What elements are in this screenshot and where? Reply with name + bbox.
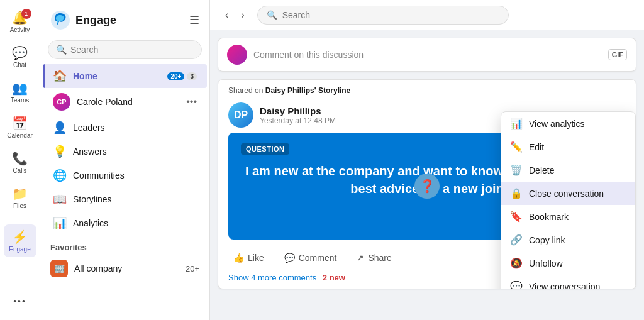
rail-item-teams[interactable]: 👥 Teams — [4, 75, 36, 108]
comment-button[interactable]: 💬 Comment — [279, 250, 342, 265]
menu-item-unfollow[interactable]: 🔕 Unfollow — [501, 251, 635, 275]
rail-label-calls: Calls — [13, 167, 26, 174]
view-conversation-icon: 💬 — [510, 280, 523, 289]
rail-label-activity: Activity — [10, 26, 30, 33]
sidebar: Engage ☰ 🔍 🏠 Home 20+ 3 CP Carole Poland… — [40, 0, 210, 320]
gif-button[interactable]: GIF — [608, 49, 627, 60]
rail-item-files[interactable]: 📁 Files — [4, 181, 36, 214]
communities-icon: 🌐 — [53, 168, 67, 182]
menu-item-close-conversation[interactable]: 🔒 Close conversation — [501, 182, 635, 205]
nav-item-analytics[interactable]: 📊 Analytics — [43, 211, 207, 235]
menu-item-view-conversation[interactable]: 💬 View conversation — [501, 275, 635, 289]
nav-label-leaders: Leaders — [73, 123, 105, 133]
engage-logo-icon — [50, 10, 70, 30]
comment-placeholder[interactable]: Comment on this discussion — [253, 50, 602, 60]
all-company-count: 20+ — [186, 264, 199, 273]
home-badges: 20+ 3 — [167, 72, 197, 80]
sidebar-search-container[interactable]: 🔍 — [48, 40, 202, 59]
back-button[interactable]: ‹ — [220, 7, 233, 23]
left-rail: 🔔 Activity 1 💬 Chat 👥 Teams 📅 Calendar 📞… — [0, 0, 40, 320]
nav-item-leaders[interactable]: 👤 Leaders — [43, 116, 207, 140]
share-button[interactable]: ↗ Share — [352, 250, 396, 265]
close-conversation-icon: 🔒 — [510, 187, 523, 199]
top-search-input[interactable] — [282, 10, 499, 20]
sidebar-title: Engage — [75, 14, 116, 27]
shared-on-prefix: Shared on — [228, 86, 263, 95]
new-comments-badge: 2 new — [323, 273, 345, 282]
menu-item-edit[interactable]: ✏️ Edit — [501, 135, 635, 158]
shared-on-name: Daisy Phillips' Storyline — [265, 86, 351, 95]
rail-item-calls[interactable]: 📞 Calls — [4, 146, 36, 179]
feed-area: Comment on this discussion GIF Shared on… — [210, 30, 644, 320]
nav-item-communities[interactable]: 🌐 Communities — [43, 163, 207, 187]
rail-label-files: Files — [13, 202, 26, 209]
rail-item-more[interactable]: ••• — [4, 287, 36, 320]
nav-item-carole[interactable]: CP Carole Poland ••• — [43, 88, 207, 116]
sidebar-logo: Engage — [50, 10, 116, 30]
nav-item-storylines[interactable]: 📖 Storylines — [43, 187, 207, 211]
delete-label: Delete — [529, 165, 626, 175]
top-bar: ‹ › 🔍 — [210, 0, 644, 30]
rail-label-chat: Chat — [13, 62, 26, 69]
rail-item-chat[interactable]: 💬 Chat — [4, 40, 36, 73]
menu-item-delete[interactable]: 🗑️ Delete — [501, 158, 635, 182]
user-avatar — [227, 45, 247, 65]
post-avatar: DP — [228, 102, 253, 128]
search-icon-top: 🔍 — [267, 10, 277, 20]
menu-item-copy-link[interactable]: 🔗 Copy link — [501, 228, 635, 251]
comment-icon: 💬 — [284, 253, 295, 263]
rail-label-teams: Teams — [11, 97, 29, 104]
nav-label-carole: Carole Poland — [77, 97, 133, 107]
post-card: Shared on Daisy Phillips' Storyline DP D… — [218, 79, 636, 289]
nav-item-home[interactable]: 🏠 Home 20+ 3 — [43, 64, 207, 88]
share-icon: ↗ — [357, 253, 364, 263]
unfollow-icon: 🔕 — [510, 257, 523, 269]
nav-item-answers[interactable]: 💡 Answers — [43, 140, 207, 163]
hamburger-icon[interactable]: ☰ — [189, 13, 199, 27]
bookmark-label: Bookmark — [529, 212, 626, 222]
leaders-icon: 👤 — [53, 121, 67, 135]
share-label: Share — [368, 253, 391, 263]
forward-button[interactable]: › — [236, 7, 249, 23]
nav-arrows: ‹ › — [220, 7, 250, 23]
analytics-icon: 📊 — [53, 216, 67, 230]
home-badge-2: 3 — [187, 72, 197, 80]
top-search-container[interactable]: 🔍 — [257, 6, 509, 25]
like-button[interactable]: 👍 Like — [228, 250, 269, 265]
activity-badge: 1 — [21, 9, 31, 19]
sidebar-header: Engage ☰ — [40, 0, 209, 35]
rail-item-engage[interactable]: ⚡ Engage — [4, 224, 36, 257]
unfollow-label: Unfollow — [529, 258, 626, 268]
view-analytics-label: View analytics — [529, 119, 626, 129]
copy-link-icon: 🔗 — [510, 234, 523, 246]
menu-item-view-analytics[interactable]: 📊 View analytics — [501, 112, 635, 135]
nav-label-answers: Answers — [73, 146, 107, 157]
home-badge-1: 20+ — [167, 72, 184, 80]
like-label: Like — [248, 253, 264, 263]
calendar-icon: 📅 — [12, 116, 28, 131]
carole-more-icon[interactable]: ••• — [186, 96, 197, 108]
home-icon: 🏠 — [53, 69, 67, 83]
favorites-item-all-company[interactable]: 🏢 All company 20+ — [40, 255, 209, 282]
question-badge: QUESTION — [241, 143, 289, 155]
files-icon: 📁 — [12, 186, 28, 201]
context-menu: 📊 View analytics ✏️ Edit 🗑️ Delete 🔒 Clo… — [501, 111, 636, 289]
nav-label-communities: Communities — [73, 170, 125, 180]
favorites-section-label: Favorites — [40, 235, 209, 255]
rail-item-activity[interactable]: 🔔 Activity 1 — [4, 5, 36, 38]
chat-icon: 💬 — [12, 45, 28, 60]
show-more-comments-link[interactable]: Show 4 more comments — [228, 273, 316, 282]
question-icon: ❓ — [414, 174, 440, 199]
nav-label-analytics: Analytics — [73, 218, 108, 228]
comment-bar[interactable]: Comment on this discussion GIF — [218, 38, 636, 72]
rail-label-engage: Engage — [9, 246, 30, 253]
sidebar-search-input[interactable] — [70, 45, 194, 55]
rail-item-calendar[interactable]: 📅 Calendar — [4, 111, 36, 143]
nav-label-storylines: Storylines — [73, 194, 111, 204]
copy-link-label: Copy link — [529, 235, 626, 245]
close-conversation-label: Close conversation — [529, 189, 626, 199]
menu-item-bookmark[interactable]: 🔖 Bookmark — [501, 205, 635, 228]
main-content: ‹ › 🔍 Comment on this discussion GIF Sha… — [210, 0, 644, 320]
more-icon: ••• — [13, 296, 26, 306]
search-icon: 🔍 — [56, 45, 67, 55]
